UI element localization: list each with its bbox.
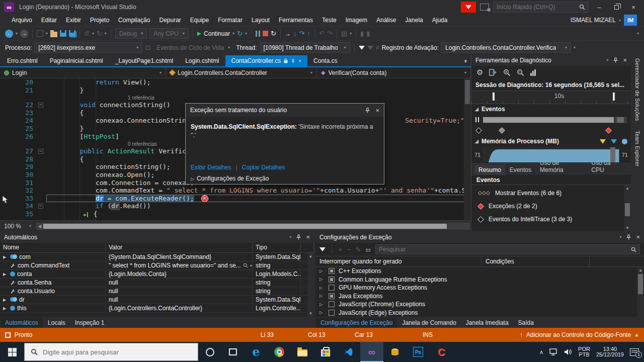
network-icon[interactable]	[549, 348, 558, 355]
editor-zoom-select[interactable]: 100 %▾	[1, 222, 34, 231]
column-value[interactable]: Valor	[106, 243, 253, 253]
filter-threads-icon[interactable]	[359, 44, 365, 51]
exception-category-row[interactable]: ▷JavaScript (Edge) Exceptions	[315, 309, 644, 317]
toolbar-overflow-icon[interactable]: ▾	[637, 31, 639, 36]
ccleaner-icon[interactable]: C	[430, 342, 453, 362]
exception-search-box[interactable]	[375, 244, 640, 254]
edge-icon[interactable]: e	[245, 342, 268, 362]
user-dropdown-icon[interactable]: ▾	[619, 18, 621, 23]
settings-gear-icon[interactable]: ⚙	[476, 68, 483, 77]
quick-launch-box[interactable]	[493, 2, 589, 13]
chart-icon[interactable]	[530, 69, 536, 76]
exception-category-row[interactable]: ▷Java Exceptions	[315, 292, 644, 301]
ssms-icon[interactable]	[383, 342, 407, 362]
task-view-icon[interactable]	[221, 342, 245, 362]
continue-button[interactable]: Continuar	[204, 30, 230, 37]
watch-row[interactable]: ▶drnullSystem.Data.Sql...	[0, 296, 314, 304]
minimize-button[interactable]: –	[593, 2, 606, 13]
event-list-item[interactable]: Exceções (2 de 2)	[471, 200, 631, 213]
pin-icon[interactable]	[365, 108, 370, 113]
continue-icon[interactable]: ▶	[197, 30, 201, 37]
quick-launch-input[interactable]	[497, 4, 576, 11]
file-explorer-icon[interactable]	[291, 342, 314, 362]
open-file-icon[interactable]	[50, 32, 57, 37]
pin-icon[interactable]	[296, 234, 301, 240]
code-lens-reference[interactable]: 1 referência	[128, 95, 154, 101]
code-editor[interactable]: 20 return View();21 }1 referência22− voi…	[0, 78, 471, 220]
checkbox[interactable]	[329, 285, 335, 291]
event-list-item[interactable]: Mostrar Eventos (6 de 6)	[471, 187, 631, 200]
watch-row[interactable]: ▶this{Login.Controllers.ContaController}…	[0, 304, 314, 313]
menu-ferramentas[interactable]: Ferramentas	[274, 15, 317, 25]
tab-team-explorer[interactable]: Team Explorer	[634, 131, 640, 166]
menu-equipe[interactable]: Equipe	[186, 15, 213, 25]
taskbar-search-box[interactable]	[24, 343, 198, 361]
bookmark-next-icon[interactable]: ▮	[366, 30, 370, 37]
checkbox[interactable]	[329, 293, 335, 299]
exception-settings-expander[interactable]: ▷Configurações de Exceção	[191, 175, 269, 182]
tab-locais[interactable]: Locais	[43, 318, 70, 328]
restore-defaults-icon[interactable]: ⚏	[365, 246, 371, 253]
start-button[interactable]	[0, 342, 24, 362]
watch-row[interactable]: conta.Usuarionullstring	[0, 287, 314, 296]
pin-icon[interactable]	[613, 57, 618, 63]
tab-configuraesdeexceo[interactable]: Configurações de Exceção	[316, 318, 397, 328]
user-name[interactable]: ISMAEL MIZAEL	[571, 17, 616, 24]
menu-projeto[interactable]: Projeto	[86, 15, 114, 25]
microsoft-store-icon[interactable]	[314, 342, 337, 362]
menu-ajuda[interactable]: Ajuda	[428, 15, 452, 25]
exception-category-row[interactable]: ▷Common Language Runtime Exceptions	[315, 276, 644, 284]
thread-select[interactable]: [10980] Thread de Trabalho▾	[260, 42, 350, 53]
menu-editar[interactable]: Editar	[37, 15, 61, 25]
checkbox[interactable]	[329, 310, 335, 316]
diag-tab-eventos[interactable]: Eventos	[506, 165, 535, 175]
menu-exibir[interactable]: Exibir	[61, 15, 86, 25]
restart-debugging-icon[interactable]: ↻	[271, 30, 276, 37]
expand-icon[interactable]: ▶	[3, 272, 8, 277]
step-into-icon[interactable]: ↓	[293, 30, 297, 37]
event-diamond-icon[interactable]	[499, 127, 505, 134]
expand-icon[interactable]: ▷	[319, 302, 325, 307]
watch-row[interactable]: com.CommandText" select * from LOGINS wh…	[0, 261, 314, 270]
tab-janeladecomando[interactable]: Janela de Comando	[397, 318, 460, 328]
exception-list-scrollbar[interactable]: ▲	[637, 267, 644, 317]
show-next-statement-icon[interactable]: →	[285, 30, 291, 37]
exception-category-row[interactable]: ▷JavaScript (Chrome) Exceptions	[315, 300, 644, 309]
step-over-icon[interactable]: ↷	[299, 30, 304, 37]
type-dropdown[interactable]: Login.Controllers.ContaController▾	[166, 67, 317, 78]
window-menu-icon[interactable]: ▾	[619, 235, 621, 239]
language-indicator[interactable]: PORPTB	[578, 346, 590, 357]
tab-inspeo1[interactable]: Inspeção 1	[70, 318, 109, 328]
filter-icon[interactable]	[319, 246, 326, 253]
zoom-in-icon[interactable]	[503, 69, 511, 76]
tab-janelaimediata[interactable]: Janela Imediata	[461, 318, 513, 328]
close-icon[interactable]: ×	[306, 233, 310, 241]
watch-row[interactable]: ▶conta{Login.Models.Conta}Login.Models.C…	[0, 270, 314, 279]
autos-scrollbar[interactable]: ▲▼	[307, 253, 314, 317]
editor-tab-Login.cshtml[interactable]: Login.cshtml	[179, 55, 225, 66]
editor-tab-ContaController.cs[interactable]: ContaController.cs×	[225, 55, 308, 66]
tray-expand-icon[interactable]: ∧	[539, 349, 543, 355]
watch-row[interactable]: conta.Senhanullstring	[0, 279, 314, 287]
vscode-icon[interactable]	[337, 342, 360, 362]
close-button[interactable]: ×	[627, 2, 640, 13]
exception-category-row[interactable]: ▷C++ Exceptions	[315, 267, 644, 276]
column-name[interactable]: Nome	[0, 243, 106, 253]
menu-depurar[interactable]: Depurar	[154, 15, 185, 25]
member-dropdown[interactable]: ◆ Verificar(Conta conta)▾	[317, 67, 471, 78]
menu-layout[interactable]: Layout	[247, 15, 274, 25]
toolbar2-overflow-icon[interactable]: ▾	[574, 45, 576, 50]
continue-dropdown-icon[interactable]: ▾	[232, 31, 234, 36]
close-icon[interactable]: ×	[623, 56, 627, 64]
editor-tab-_LayoutPage1.cshtml[interactable]: _LayoutPage1.cshtml	[109, 55, 179, 66]
event-list-item[interactable]: Eventos do IntelliTrace (3 de 3)	[471, 213, 631, 226]
editor-vertical-scrollbar[interactable]	[464, 78, 471, 220]
chrome-icon[interactable]	[268, 342, 291, 362]
fold-toggle-icon[interactable]: −	[38, 103, 43, 108]
save-icon[interactable]	[60, 30, 66, 37]
avatar[interactable]: IM	[624, 15, 637, 26]
close-icon[interactable]: ×	[375, 107, 379, 114]
navigate-forward-icon[interactable]: →	[20, 30, 28, 38]
checkbox[interactable]	[329, 277, 335, 283]
menu-janela[interactable]: Janela	[400, 15, 427, 25]
